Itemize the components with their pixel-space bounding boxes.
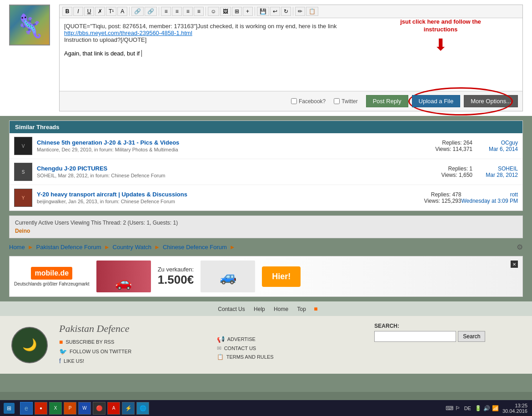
breadcrumb-home[interactable]: Home: [9, 244, 25, 251]
taskbar-app-2[interactable]: ●: [35, 402, 47, 415]
more-options-button[interactable]: More Options...: [464, 95, 518, 107]
replies-label-0: Replies:: [442, 140, 462, 146]
strike-button[interactable]: ✗: [95, 7, 105, 16]
home-link[interactable]: Home: [274, 306, 288, 312]
source-button[interactable]: ✏: [295, 7, 305, 16]
active-user-deino[interactable]: Deino: [15, 228, 517, 234]
breadcrumb-settings-icon[interactable]: ⚙: [517, 243, 523, 251]
undo-button[interactable]: ↩: [270, 7, 280, 16]
footer-links-col-2: 📢 ADVERTISE ✉ CONTACT US 📋 TERMS AND RUL…: [217, 323, 366, 367]
upload-file-button[interactable]: Upload a File: [412, 95, 461, 107]
follow-twitter-link[interactable]: FOLLOW US ON TWITTER: [70, 349, 131, 354]
emoji-button[interactable]: ☺: [208, 7, 219, 16]
toolbar-sep-2: [159, 7, 159, 16]
ad-logo: mobile.de: [31, 267, 72, 280]
views-1: 1,650: [459, 172, 472, 178]
taskbar-sys-icons: 🔋 🔊 📶: [475, 405, 499, 411]
ad-price: 1.500€: [158, 273, 194, 287]
facebook-checkbox[interactable]: [291, 98, 297, 104]
bold-button[interactable]: B: [62, 7, 72, 16]
image-button[interactable]: 🖼: [220, 7, 231, 16]
search-input[interactable]: [374, 331, 456, 342]
taskbar-chrome[interactable]: 🔴: [93, 402, 105, 415]
footer-terms-row: 📋 TERMS AND RULES: [217, 354, 366, 360]
thread-info-2: Y-20 heavy transport aircraft | Updates …: [37, 191, 407, 205]
table-row: V Chinese 5th generation J-20 & J-31 - P…: [10, 133, 522, 159]
align-center-button[interactable]: ≡: [172, 7, 182, 16]
flag-icon: 🏳: [455, 405, 461, 411]
footer-search-section: SEARCH: Search: [374, 323, 523, 367]
post-reply-button[interactable]: Post Reply: [366, 95, 408, 107]
align-right-button[interactable]: ≡: [183, 7, 193, 16]
taskbar-ie[interactable]: e: [20, 402, 33, 415]
taskbar-filezilla[interactable]: ⚡: [122, 402, 135, 415]
taskbar-pdf[interactable]: A: [107, 402, 120, 415]
active-users-section: Currently Active Users Viewing This Thre…: [9, 216, 523, 238]
thread-username-1[interactable]: SOHEIL: [498, 165, 518, 172]
ad-inner: mobile.de Deutschlands größter Fahrzeugm…: [10, 256, 522, 297]
underline-button[interactable]: U: [84, 7, 94, 16]
terms-link[interactable]: TERMS AND RULES: [226, 354, 274, 360]
advertise-link[interactable]: ADVERTISE: [227, 336, 256, 342]
taskbar-powerpoint[interactable]: P: [64, 402, 76, 415]
quote-link[interactable]: http://bbs.meyet.com/thread-239560-4858-…: [64, 30, 192, 36]
link-button[interactable]: 🔗: [131, 7, 144, 16]
superscript-button[interactable]: T¹: [106, 7, 116, 16]
redo-button[interactable]: ↻: [281, 7, 291, 16]
thread-stats-2: Replies: 478 Views: 125,293: [407, 191, 461, 204]
help-link[interactable]: Help: [254, 306, 265, 312]
ad-banner[interactable]: mobile.de Deutschlands größter Fahrzeugm…: [9, 256, 523, 297]
footer-contact-row: ✉ CONTACT US: [217, 345, 366, 351]
arrow-down-icon: ⬇: [395, 35, 486, 55]
taskbar-right: ⌨ 🏳 DE 🔋 🔊 📶 13:25 30.04.2016: [446, 403, 532, 414]
taskbar-network[interactable]: 🌐: [136, 402, 149, 415]
subscribe-rss-link[interactable]: SUBSCRIBE BY RSS: [65, 339, 114, 345]
breadcrumb-pakistan-defence[interactable]: Pakistan Defence Forum: [36, 244, 101, 251]
italic-button[interactable]: I: [73, 7, 83, 16]
breadcrumb: Home ► Pakistan Defence Forum ► Country …: [9, 243, 523, 251]
thread-title-2[interactable]: Y-20 heavy transport aircraft | Updates …: [37, 191, 187, 198]
quote-text: [QUOTE="Tiqiu, post: 8276514, member: 17…: [64, 23, 336, 30]
similar-threads-header: Similar Threads: [10, 121, 522, 133]
font-button[interactable]: A: [117, 7, 127, 16]
ad-cta-button[interactable]: Hier!: [262, 266, 301, 287]
contact-link[interactable]: CONTACT US: [224, 346, 256, 351]
thread-username-0[interactable]: OCguy: [501, 140, 518, 146]
thread-meta-2: beijingwalker, Jan 26, 2013, in forum: C…: [37, 199, 175, 204]
unlink-button[interactable]: 🔗: [145, 7, 157, 16]
avatar: 🦎: [9, 5, 50, 45]
ad-close-button[interactable]: ✕: [511, 261, 518, 268]
clipboard-button[interactable]: 📋: [306, 7, 318, 16]
search-button[interactable]: Search: [458, 331, 485, 342]
save-button[interactable]: 💾: [257, 7, 269, 16]
contact-us-link[interactable]: Contact Us: [218, 306, 245, 312]
thread-stats-0: Replies: 264 Views: 114,371: [418, 140, 472, 152]
thread-user-2: rott Wednesday at 3:09 PM: [461, 191, 518, 204]
taskbar-excel[interactable]: X: [49, 402, 62, 415]
reply-text[interactable]: Again, that link is dead, but if: [64, 50, 140, 57]
media-button[interactable]: ⊞: [232, 7, 242, 16]
thread-title-1[interactable]: Chengdu J-20 PICTURES: [37, 165, 107, 172]
breadcrumb-country-watch[interactable]: Country Watch: [113, 244, 152, 251]
align-justify-button[interactable]: ≡: [194, 7, 204, 16]
ad-price-text: Zu verkaufen:: [158, 266, 194, 273]
like-facebook-link[interactable]: LIKE US!: [64, 358, 84, 364]
thread-username-2[interactable]: rott: [510, 191, 518, 198]
footer: 🌙 Pakistan Defence ■ SUBSCRIBE BY RSS 🐦 …: [0, 316, 532, 374]
align-left-button[interactable]: ≡: [161, 7, 171, 16]
top-link[interactable]: Top: [297, 306, 306, 312]
footer-logo: 🌙: [9, 323, 50, 367]
plus-button[interactable]: +: [243, 7, 253, 16]
windows-start-button[interactable]: ⊞: [4, 403, 15, 414]
twitter-checkbox[interactable]: [334, 98, 340, 104]
taskbar-word[interactable]: W: [78, 402, 91, 415]
replies-2: 478: [452, 191, 461, 198]
breadcrumb-chinese-defence[interactable]: Chinese Defence Forum: [163, 244, 227, 251]
thread-title-0[interactable]: Chinese 5th generation J-20 & J-31 - Pic…: [37, 139, 179, 146]
editor-body[interactable]: [QUOTE="Tiqiu, post: 8276514, member: 17…: [60, 18, 522, 91]
upload-circle-decoration: Post Reply: [366, 95, 408, 107]
toolbar-sep-1: [129, 7, 130, 16]
views-2: 125,293: [442, 198, 461, 204]
views-label-1: Views:: [441, 172, 457, 178]
breadcrumb-sep-4: ►: [230, 244, 236, 251]
